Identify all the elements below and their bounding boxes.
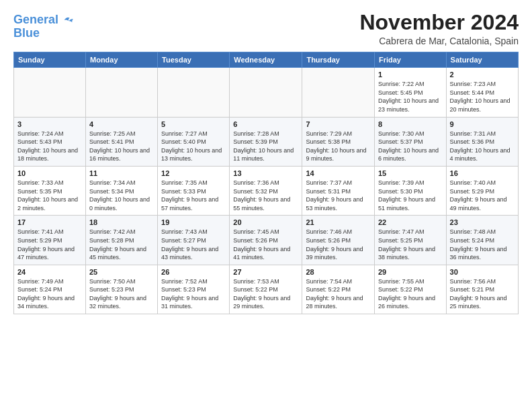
calendar-cell: 22Sunrise: 7:47 AMSunset: 5:25 PMDayligh…: [374, 216, 446, 265]
day-info: Sunrise: 7:34 AMSunset: 5:34 PMDaylight:…: [89, 179, 154, 212]
day-info: Sunrise: 7:24 AMSunset: 5:43 PMDaylight:…: [17, 130, 82, 163]
col-tuesday: Tuesday: [158, 52, 230, 68]
calendar-header-row: Sunday Monday Tuesday Wednesday Thursday…: [14, 52, 519, 68]
day-info: Sunrise: 7:28 AMSunset: 5:39 PMDaylight:…: [233, 130, 298, 163]
day-number: 16: [450, 169, 515, 177]
day-number: 6: [233, 120, 298, 128]
day-number: 2: [450, 71, 515, 79]
calendar-cell: 29Sunrise: 7:55 AMSunset: 5:22 PMDayligh…: [374, 265, 446, 314]
day-info: Sunrise: 7:53 AMSunset: 5:22 PMDaylight:…: [233, 277, 298, 311]
calendar-cell: 6Sunrise: 7:28 AMSunset: 5:39 PMDaylight…: [230, 117, 302, 166]
day-number: 29: [378, 268, 443, 276]
day-number: 25: [89, 268, 154, 276]
day-info: Sunrise: 7:56 AMSunset: 5:21 PMDaylight:…: [450, 277, 515, 311]
calendar-cell: [158, 68, 230, 117]
col-saturday: Saturday: [446, 52, 518, 68]
calendar-cell: 12Sunrise: 7:35 AMSunset: 5:33 PMDayligh…: [158, 166, 230, 215]
day-number: 13: [233, 169, 298, 177]
day-number: 23: [450, 218, 515, 226]
day-number: 19: [161, 218, 226, 226]
day-info: Sunrise: 7:29 AMSunset: 5:38 PMDaylight:…: [306, 130, 371, 163]
calendar-cell: 9Sunrise: 7:31 AMSunset: 5:36 PMDaylight…: [446, 117, 518, 166]
month-title: November 2024: [359, 11, 519, 34]
col-friday: Friday: [374, 52, 446, 68]
calendar-cell: 24Sunrise: 7:49 AMSunset: 5:24 PMDayligh…: [14, 265, 86, 314]
day-number: 3: [17, 120, 82, 128]
calendar-cell: [230, 68, 302, 117]
calendar-cell: [14, 68, 86, 117]
day-number: 1: [378, 71, 443, 79]
logo-bird-icon: [60, 13, 73, 27]
calendar-cell: 7Sunrise: 7:29 AMSunset: 5:38 PMDaylight…: [302, 117, 375, 166]
col-monday: Monday: [86, 52, 158, 68]
calendar-cell: 10Sunrise: 7:33 AMSunset: 5:35 PMDayligh…: [14, 166, 86, 215]
calendar-cell: [86, 68, 158, 117]
calendar-cell: 21Sunrise: 7:46 AMSunset: 5:26 PMDayligh…: [302, 216, 375, 265]
day-number: 5: [161, 120, 226, 128]
col-sunday: Sunday: [14, 52, 86, 68]
day-info: Sunrise: 7:48 AMSunset: 5:24 PMDaylight:…: [450, 228, 515, 261]
title-block: November 2024 Cabrera de Mar, Catalonia,…: [359, 11, 519, 46]
logo-text: General: [13, 13, 58, 27]
day-info: Sunrise: 7:55 AMSunset: 5:22 PMDaylight:…: [378, 277, 443, 311]
day-number: 10: [17, 169, 82, 177]
day-info: Sunrise: 7:40 AMSunset: 5:29 PMDaylight:…: [450, 179, 515, 212]
day-info: Sunrise: 7:50 AMSunset: 5:23 PMDaylight:…: [89, 277, 154, 311]
header-section: General Blue November 2024 Cabrera de Ma…: [13, 11, 519, 46]
logo-line2: Blue: [13, 26, 40, 40]
day-info: Sunrise: 7:27 AMSunset: 5:40 PMDaylight:…: [161, 130, 226, 163]
day-number: 17: [17, 218, 82, 226]
day-number: 12: [161, 169, 226, 177]
day-info: Sunrise: 7:22 AMSunset: 5:45 PMDaylight:…: [378, 80, 443, 113]
col-thursday: Thursday: [302, 52, 375, 68]
calendar-week-row-4: 24Sunrise: 7:49 AMSunset: 5:24 PMDayligh…: [14, 265, 519, 314]
calendar-cell: 30Sunrise: 7:56 AMSunset: 5:21 PMDayligh…: [446, 265, 518, 314]
day-number: 4: [89, 120, 154, 128]
calendar-cell: 5Sunrise: 7:27 AMSunset: 5:40 PMDaylight…: [158, 117, 230, 166]
calendar-cell: 19Sunrise: 7:43 AMSunset: 5:27 PMDayligh…: [158, 216, 230, 265]
day-number: 9: [450, 120, 515, 128]
day-number: 20: [233, 218, 298, 226]
day-number: 8: [378, 120, 443, 128]
day-info: Sunrise: 7:36 AMSunset: 5:32 PMDaylight:…: [233, 179, 298, 212]
calendar-cell: 20Sunrise: 7:45 AMSunset: 5:26 PMDayligh…: [230, 216, 302, 265]
day-number: 15: [378, 169, 443, 177]
day-number: 18: [89, 218, 154, 226]
day-info: Sunrise: 7:25 AMSunset: 5:41 PMDaylight:…: [89, 130, 154, 163]
day-info: Sunrise: 7:42 AMSunset: 5:28 PMDaylight:…: [89, 228, 154, 261]
day-info: Sunrise: 7:30 AMSunset: 5:37 PMDaylight:…: [378, 130, 443, 163]
calendar-table: Sunday Monday Tuesday Wednesday Thursday…: [13, 52, 519, 314]
calendar-week-row-3: 17Sunrise: 7:41 AMSunset: 5:29 PMDayligh…: [14, 216, 519, 265]
day-info: Sunrise: 7:43 AMSunset: 5:27 PMDaylight:…: [161, 228, 226, 261]
calendar-cell: 18Sunrise: 7:42 AMSunset: 5:28 PMDayligh…: [86, 216, 158, 265]
day-info: Sunrise: 7:23 AMSunset: 5:44 PMDaylight:…: [450, 80, 515, 113]
day-number: 27: [233, 268, 298, 276]
day-number: 21: [306, 218, 371, 226]
calendar-cell: 23Sunrise: 7:48 AMSunset: 5:24 PMDayligh…: [446, 216, 518, 265]
day-number: 28: [306, 268, 371, 276]
day-number: 11: [89, 169, 154, 177]
logo: General Blue: [13, 13, 73, 40]
calendar-cell: 11Sunrise: 7:34 AMSunset: 5:34 PMDayligh…: [86, 166, 158, 215]
day-number: 7: [306, 120, 371, 128]
calendar-week-row-0: 1Sunrise: 7:22 AMSunset: 5:45 PMDaylight…: [14, 68, 519, 117]
page: General Blue November 2024 Cabrera de Ma…: [0, 0, 532, 411]
calendar-cell: 15Sunrise: 7:39 AMSunset: 5:30 PMDayligh…: [374, 166, 446, 215]
calendar-cell: 26Sunrise: 7:52 AMSunset: 5:23 PMDayligh…: [158, 265, 230, 314]
day-info: Sunrise: 7:31 AMSunset: 5:36 PMDaylight:…: [450, 130, 515, 163]
day-info: Sunrise: 7:45 AMSunset: 5:26 PMDaylight:…: [233, 228, 298, 261]
calendar-cell: 1Sunrise: 7:22 AMSunset: 5:45 PMDaylight…: [374, 68, 446, 117]
calendar-cell: 8Sunrise: 7:30 AMSunset: 5:37 PMDaylight…: [374, 117, 446, 166]
col-wednesday: Wednesday: [230, 52, 302, 68]
day-info: Sunrise: 7:41 AMSunset: 5:29 PMDaylight:…: [17, 228, 82, 261]
logo-line1: General: [13, 13, 58, 26]
calendar-week-row-2: 10Sunrise: 7:33 AMSunset: 5:35 PMDayligh…: [14, 166, 519, 215]
day-info: Sunrise: 7:46 AMSunset: 5:26 PMDaylight:…: [306, 228, 371, 261]
calendar-cell: 28Sunrise: 7:54 AMSunset: 5:22 PMDayligh…: [302, 265, 375, 314]
day-number: 24: [17, 268, 82, 276]
calendar-cell: [302, 68, 375, 117]
day-info: Sunrise: 7:37 AMSunset: 5:31 PMDaylight:…: [306, 179, 371, 212]
calendar-cell: 14Sunrise: 7:37 AMSunset: 5:31 PMDayligh…: [302, 166, 375, 215]
day-number: 30: [450, 268, 515, 276]
calendar-cell: 2Sunrise: 7:23 AMSunset: 5:44 PMDaylight…: [446, 68, 518, 117]
